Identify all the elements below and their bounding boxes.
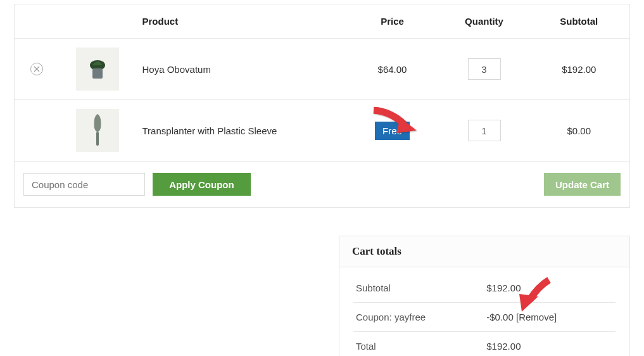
svg-rect-4 bbox=[96, 132, 99, 146]
totals-total-label: Total bbox=[353, 332, 484, 357]
free-price-badge: Free bbox=[375, 122, 410, 140]
cart-totals-panel: Cart totals Subtotal $192.00 Coupon: yay… bbox=[339, 236, 630, 356]
cart-row: Transplanter with Plastic Sleeve Free $0… bbox=[15, 100, 630, 162]
totals-subtotal-label: Subtotal bbox=[353, 274, 484, 303]
header-quantity: Quantity bbox=[440, 4, 529, 39]
cart-row: Hoya Obovatum $64.00 $192.00 bbox=[15, 39, 630, 100]
cart-totals-heading: Cart totals bbox=[339, 236, 629, 267]
product-price: $64.00 bbox=[345, 39, 440, 100]
product-name[interactable]: Hoya Obovatum bbox=[136, 39, 345, 100]
quantity-input[interactable] bbox=[468, 120, 501, 141]
cart-actions-row: Apply Coupon Update Cart bbox=[15, 162, 630, 208]
coupon-code-input[interactable] bbox=[23, 173, 145, 196]
update-cart-button[interactable]: Update Cart bbox=[544, 173, 621, 196]
close-icon bbox=[34, 66, 40, 72]
apply-coupon-button[interactable]: Apply Coupon bbox=[153, 173, 250, 196]
remove-item-button[interactable] bbox=[30, 63, 43, 75]
product-name[interactable]: Transplanter with Plastic Sleeve bbox=[136, 100, 345, 162]
header-price: Price bbox=[345, 4, 440, 39]
totals-coupon-value: -$0.00 bbox=[486, 312, 514, 322]
plant-icon bbox=[85, 54, 110, 84]
totals-subtotal-value: $192.00 bbox=[484, 274, 616, 303]
header-product: Product bbox=[136, 4, 345, 39]
product-subtotal: $0.00 bbox=[529, 100, 630, 162]
product-subtotal: $192.00 bbox=[529, 39, 630, 100]
product-thumbnail[interactable] bbox=[76, 109, 119, 152]
totals-total-value: $192.00 bbox=[484, 332, 616, 357]
cart-table: Product Price Quantity Subtotal bbox=[14, 4, 630, 208]
quantity-input[interactable] bbox=[468, 58, 501, 80]
svg-rect-3 bbox=[92, 68, 103, 79]
product-thumbnail[interactable] bbox=[76, 48, 119, 91]
header-subtotal: Subtotal bbox=[529, 4, 630, 39]
trowel-icon bbox=[88, 113, 107, 148]
totals-coupon-label: Coupon: yayfree bbox=[353, 303, 484, 332]
remove-coupon-link[interactable]: [Remove] bbox=[516, 312, 557, 322]
